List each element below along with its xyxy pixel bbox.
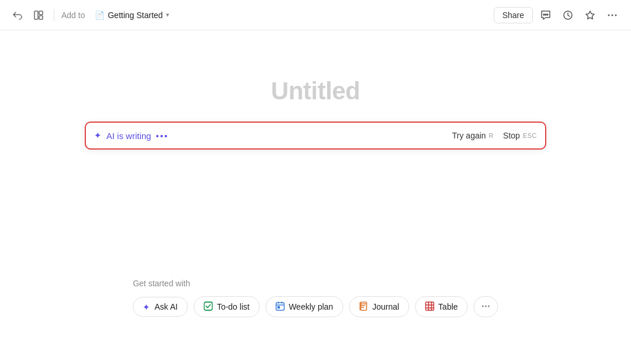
more-actions-button[interactable] — [474, 296, 498, 317]
svg-rect-11 — [276, 303, 284, 310]
weekly-plan-button[interactable]: Weekly plan — [265, 296, 343, 317]
more-icon — [481, 301, 491, 312]
breadcrumb[interactable]: 📄 Getting Started ▾ — [92, 9, 172, 22]
ai-writing-text: AI is writing — [106, 131, 151, 141]
ask-ai-icon: ✦ — [143, 303, 150, 311]
ask-ai-button[interactable]: ✦ Ask AI — [133, 297, 188, 317]
history-button[interactable] — [559, 6, 577, 25]
toolbar: Add to 📄 Getting Started ▾ Share — [0, 0, 631, 30]
document-icon: 📄 — [95, 11, 105, 20]
try-again-shortcut: R — [489, 132, 494, 139]
ai-writing-bar: ✦ AI is writing ••• Try again R Stop ESC — [85, 122, 546, 150]
scrollbar-track[interactable] — [626, 30, 631, 364]
svg-rect-10 — [204, 302, 212, 310]
chevron-down-icon: ▾ — [166, 11, 169, 19]
svg-rect-15 — [425, 302, 434, 310]
svg-rect-0 — [34, 11, 38, 19]
stop-label: Stop — [503, 131, 520, 140]
ai-sparkle-icon: ✦ — [94, 130, 102, 141]
toolbar-right: Share — [494, 6, 622, 25]
svg-point-17 — [485, 306, 487, 307]
breadcrumb-title: Getting Started — [108, 11, 162, 20]
svg-point-8 — [612, 14, 613, 16]
journal-icon — [359, 301, 368, 312]
toolbar-divider — [54, 9, 54, 21]
ask-ai-label: Ask AI — [154, 302, 178, 311]
svg-point-18 — [488, 306, 490, 307]
get-started-label: Get started with — [133, 279, 190, 288]
ai-writing-left: ✦ AI is writing ••• — [94, 130, 452, 141]
svg-point-7 — [608, 14, 610, 16]
try-again-button[interactable]: Try again R — [452, 131, 494, 140]
journal-label: Journal — [372, 302, 399, 311]
svg-point-9 — [615, 14, 617, 16]
page-title[interactable]: Untitled — [271, 77, 360, 105]
get-started-section: Get started with ✦ Ask AI To-do list — [133, 279, 498, 317]
journal-button[interactable]: Journal — [349, 296, 409, 317]
table-icon — [425, 301, 434, 312]
stop-shortcut: ESC — [523, 132, 537, 139]
stop-button[interactable]: Stop ESC — [503, 131, 537, 140]
main-content: Untitled ✦ AI is writing ••• Try again R… — [0, 30, 631, 364]
weekly-plan-label: Weekly plan — [289, 302, 333, 311]
table-button[interactable]: Table — [415, 296, 467, 317]
svg-rect-1 — [39, 11, 43, 15]
svg-point-3 — [543, 14, 545, 15]
weekly-plan-icon — [275, 301, 285, 312]
ai-writing-dots: ••• — [156, 131, 169, 141]
back-button[interactable] — [9, 7, 26, 23]
svg-point-16 — [482, 306, 484, 307]
svg-rect-14 — [359, 302, 361, 310]
favorite-button[interactable] — [581, 6, 599, 25]
table-label: Table — [438, 302, 457, 311]
todo-icon — [203, 301, 213, 312]
svg-point-5 — [547, 14, 548, 15]
quick-actions: ✦ Ask AI To-do list — [133, 296, 498, 317]
add-to-label: Add to — [61, 11, 85, 20]
share-button[interactable]: Share — [494, 7, 533, 23]
to-do-list-label: To-do list — [217, 302, 249, 311]
more-options-button[interactable] — [603, 6, 622, 25]
comment-button[interactable] — [536, 6, 555, 25]
to-do-list-button[interactable]: To-do list — [193, 296, 259, 317]
ai-writing-actions: Try again R Stop ESC — [452, 131, 537, 140]
svg-rect-2 — [39, 16, 43, 19]
svg-rect-12 — [278, 307, 279, 308]
layout-button[interactable] — [30, 7, 47, 23]
svg-point-4 — [545, 14, 546, 15]
try-again-label: Try again — [452, 131, 486, 140]
svg-rect-13 — [360, 302, 366, 310]
toolbar-left: Add to 📄 Getting Started ▾ — [9, 7, 172, 23]
